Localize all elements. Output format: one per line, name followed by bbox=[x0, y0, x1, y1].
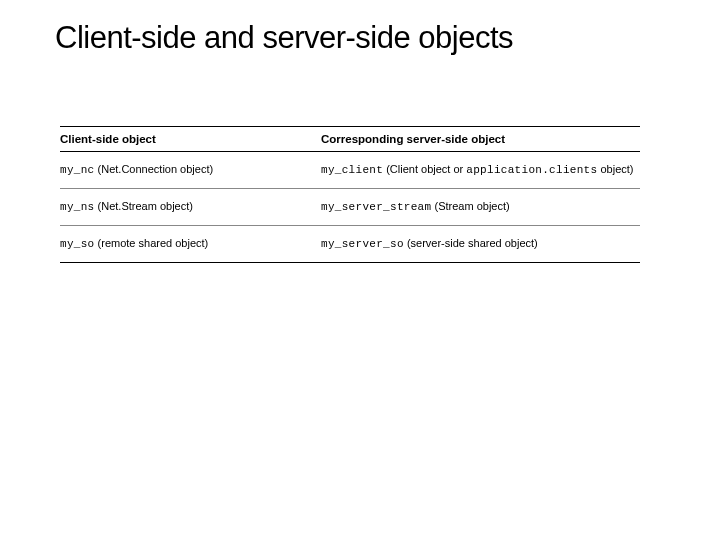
table-row: my_ns (Net.Stream object) my_server_stre… bbox=[60, 188, 640, 225]
server-desc: (server-side shared object) bbox=[404, 237, 538, 249]
header-server: Corresponding server-side object bbox=[321, 127, 640, 152]
objects-table: Client-side object Corresponding server-… bbox=[60, 126, 640, 263]
slide-title: Client-side and server-side objects bbox=[0, 20, 720, 56]
server-code: my_server_so bbox=[321, 238, 404, 250]
cell-client: my_ns (Net.Stream object) bbox=[60, 188, 321, 225]
table-header-row: Client-side object Corresponding server-… bbox=[60, 127, 640, 152]
table-row: my_so (remote shared object) my_server_s… bbox=[60, 225, 640, 262]
header-client: Client-side object bbox=[60, 127, 321, 152]
server-desc: (Stream object) bbox=[431, 200, 509, 212]
table-container: Client-side object Corresponding server-… bbox=[0, 126, 720, 263]
client-desc: (Net.Stream object) bbox=[95, 200, 193, 212]
client-code: my_ns bbox=[60, 201, 95, 213]
server-desc2: object) bbox=[597, 163, 633, 175]
cell-server: my_server_stream (Stream object) bbox=[321, 188, 640, 225]
cell-server: my_client (Client object or application.… bbox=[321, 152, 640, 189]
server-desc: (Client object or bbox=[383, 163, 466, 175]
slide-container: Client-side and server-side objects Clie… bbox=[0, 0, 720, 263]
server-code: my_client bbox=[321, 164, 383, 176]
cell-client: my_so (remote shared object) bbox=[60, 225, 321, 262]
server-code: my_server_stream bbox=[321, 201, 431, 213]
table-row: my_nc (Net.Connection object) my_client … bbox=[60, 152, 640, 189]
server-code2: application.clients bbox=[466, 164, 597, 176]
cell-server: my_server_so (server-side shared object) bbox=[321, 225, 640, 262]
cell-client: my_nc (Net.Connection object) bbox=[60, 152, 321, 189]
client-desc: (Net.Connection object) bbox=[95, 163, 214, 175]
client-code: my_nc bbox=[60, 164, 95, 176]
client-code: my_so bbox=[60, 238, 95, 250]
client-desc: (remote shared object) bbox=[95, 237, 209, 249]
